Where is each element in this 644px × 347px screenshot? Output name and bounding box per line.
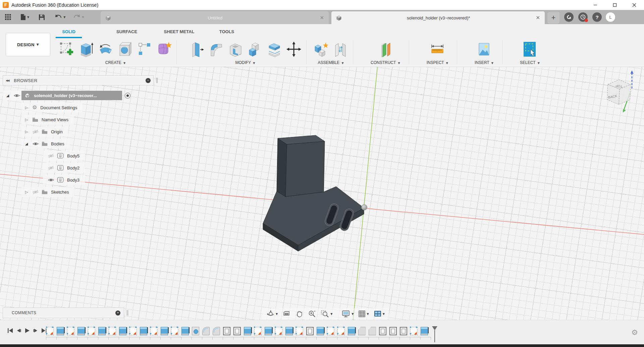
notifications-icon[interactable] (578, 12, 588, 22)
view-cube[interactable]: TOP BACK (607, 70, 634, 113)
user-avatar[interactable]: L (606, 12, 615, 22)
collapse-browser-icon[interactable]: ◀◀ (6, 79, 9, 82)
origin-point[interactable] (362, 205, 367, 210)
timeline-feature-extrude[interactable] (57, 327, 64, 335)
pan-button[interactable] (293, 309, 306, 319)
hole-button[interactable] (115, 39, 135, 60)
visibility-eye-icon[interactable] (48, 178, 54, 182)
timeline-feature-sketch[interactable] (109, 327, 116, 335)
look-at-button[interactable] (280, 309, 293, 319)
timeline-feature-extrude[interactable] (317, 327, 324, 335)
fillet-button[interactable] (206, 39, 226, 60)
browser-row-document-settings[interactable]: ▷ ⚙ Document Settings (3, 101, 160, 114)
timeline-feature-extrude[interactable] (161, 327, 168, 335)
expand-icon[interactable]: ▷ (23, 130, 30, 134)
timeline-feature-sketch[interactable] (337, 327, 345, 335)
go-to-start-button[interactable] (7, 328, 13, 334)
timeline-feature-hole[interactable] (192, 327, 199, 335)
timeline-feature-fillet[interactable] (202, 327, 210, 335)
visibility-off-icon[interactable] (32, 130, 39, 134)
minimize-button[interactable] (586, 0, 605, 10)
expand-icon[interactable]: ▷ (23, 118, 30, 122)
new-component-button[interactable] (311, 39, 331, 60)
combine-button[interactable] (245, 39, 265, 60)
insert-image-button[interactable] (475, 39, 493, 60)
comments-drag-handle[interactable] (127, 310, 128, 316)
timeline-feature-sketch[interactable] (67, 327, 74, 335)
construct-menu[interactable]: CONSTRUCT ▼ (371, 60, 400, 65)
browser-row-named-views[interactable]: ▷ Named Views (3, 114, 160, 126)
timeline-feature-sketch[interactable] (171, 327, 178, 335)
measure-button[interactable] (429, 39, 446, 60)
tab-solid[interactable]: SOLID (57, 24, 80, 39)
browser-row-body3[interactable]: Body3 (3, 174, 160, 186)
browser-drag-handle[interactable] (156, 78, 158, 83)
undo-button[interactable]: ▼ (52, 10, 67, 24)
modify-menu[interactable]: MODIFY ▼ (235, 60, 255, 65)
create-sketch-button[interactable] (57, 39, 76, 60)
tab-close-icon[interactable]: ✕ (320, 15, 324, 21)
visibility-off-icon[interactable] (32, 190, 39, 194)
zoom-button[interactable] (306, 309, 318, 319)
visibility-eye-icon[interactable] (32, 142, 39, 146)
inspect-menu[interactable]: INSPECT ▼ (427, 60, 448, 65)
timeline-feature-extrude[interactable] (244, 327, 251, 335)
timeline-feature-sketch[interactable] (296, 327, 303, 335)
timeline-feature-extrude[interactable] (348, 327, 355, 335)
window-zoom-button[interactable]: ▼ (318, 309, 335, 319)
job-status-icon[interactable] (564, 12, 574, 22)
display-settings-button[interactable]: ▼ (339, 309, 356, 319)
construction-plane-button[interactable] (377, 39, 394, 60)
timeline-ruler[interactable] (46, 337, 431, 340)
expand-comments-icon[interactable]: + (115, 310, 120, 316)
joint-button[interactable] (331, 39, 350, 60)
tab-sheet-metal[interactable]: SHEET METAL (162, 24, 196, 39)
play-button[interactable] (24, 328, 30, 334)
timeline-feature-extrude[interactable] (421, 327, 428, 335)
document-tab-untitled[interactable]: Untitled ✕ (101, 11, 329, 24)
tab-surface[interactable]: SURFACE (112, 24, 142, 39)
timeline-feature-extrude[interactable] (77, 327, 85, 335)
timeline-feature-extrude[interactable] (265, 327, 272, 335)
timeline-feature-box[interactable] (389, 327, 397, 335)
timeline-feature-sketch[interactable] (254, 327, 262, 335)
timeline-feature-extrude[interactable] (119, 327, 126, 335)
select-button[interactable] (521, 39, 538, 60)
timeline-feature-box[interactable] (223, 327, 230, 335)
browser-row-body5[interactable]: Body5 (3, 150, 160, 162)
timeline-feature-box[interactable] (233, 327, 241, 335)
select-menu[interactable]: SELECT ▼ (520, 60, 540, 65)
browser-row-root[interactable]: ◢ solenoid_holder (v3~recover... (3, 89, 160, 101)
comments-header[interactable]: COMMENTS + (3, 307, 124, 318)
timeline-feature-box[interactable] (379, 327, 386, 335)
timeline-feature-sketch[interactable] (129, 327, 137, 335)
app-launcher-icon[interactable] (3, 10, 13, 24)
viewport-canvas[interactable]: TOP BACK ◀◀ BROWSER − ◢ (0, 67, 644, 320)
visibility-eye-icon[interactable] (13, 93, 20, 98)
create-form-button[interactable] (154, 39, 174, 60)
browser-header[interactable]: ◀◀ BROWSER − (3, 75, 154, 85)
rectangular-pattern-button[interactable] (135, 39, 154, 60)
press-pull-button[interactable] (187, 39, 206, 60)
file-menu-button[interactable]: ▼ (18, 10, 31, 24)
step-back-button[interactable] (16, 328, 22, 334)
expand-icon[interactable]: ◢ (5, 93, 11, 98)
timeline-feature-chamfer[interactable] (369, 327, 376, 335)
insert-menu[interactable]: INSERT ▼ (475, 60, 493, 65)
expand-icon[interactable]: ▷ (23, 106, 30, 110)
browser-row-sketches[interactable]: ▷ Sketches (3, 186, 160, 198)
timeline-feature-extrude[interactable] (140, 327, 147, 335)
timeline-feature-chamfer[interactable] (358, 327, 366, 335)
viewports-button[interactable]: ▼ (371, 309, 387, 319)
redo-button[interactable]: ▼ (71, 10, 86, 24)
timeline-feature-extrude[interactable] (98, 327, 106, 335)
timeline-feature-sketch[interactable] (327, 327, 334, 335)
extrude-button[interactable] (76, 39, 96, 60)
create-menu[interactable]: CREATE ▼ (105, 60, 125, 65)
document-tab-solenoid-holder[interactable]: solenoid_holder (v3~recovered)* ✕ (331, 11, 545, 24)
shell-button[interactable] (226, 39, 245, 60)
move-copy-button[interactable] (284, 39, 304, 60)
timeline-feature-box[interactable] (306, 327, 314, 335)
minimize-browser-icon[interactable]: − (146, 78, 151, 83)
tab-close-icon[interactable]: ✕ (536, 15, 540, 21)
